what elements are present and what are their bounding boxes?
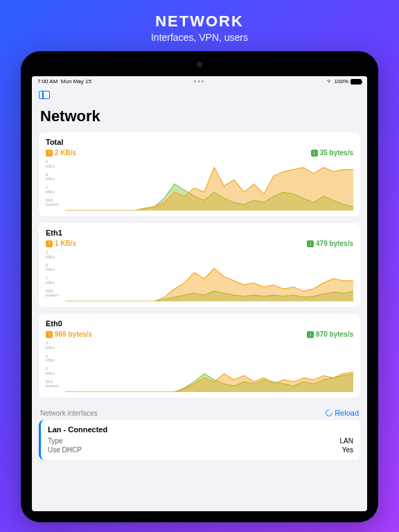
arrow-down-icon: ↓ [307, 331, 314, 338]
hero-subtitle: Interfaces, VPN, users [151, 32, 248, 43]
rate-down: ↓479 bytes/s [307, 240, 353, 247]
chart-rates: ↑1 KB/s ↓479 bytes/s [46, 240, 353, 247]
battery-icon [351, 79, 362, 85]
reload-button[interactable]: Reload [326, 409, 359, 417]
status-time-date: 7:00 AM Mon May 15 [37, 78, 91, 85]
rate-up: ↑1 KB/s [46, 240, 76, 247]
arrow-up-icon: ↑ [46, 240, 53, 247]
status-right: ᯤ 100% [327, 78, 362, 85]
chart-title: Total [46, 138, 353, 146]
tablet-frame: 7:00 AM Mon May 15 ••• ᯤ 100% Network To… [21, 51, 378, 522]
interfaces-label: Network interfaces [40, 409, 98, 417]
interface-row: Use DHCPYes [48, 445, 353, 454]
rate-up: ↑2 KB/s [46, 149, 76, 157]
y-axis: 2KB/s2KB/s1KB/s593bytes/s [46, 159, 65, 211]
rate-down: ↓35 bytes/s [311, 149, 353, 157]
arrow-up-icon: ↑ [46, 150, 53, 157]
chart-rates: ↑2 KB/s ↓35 bytes/s [46, 149, 353, 157]
chart-area [65, 250, 353, 301]
chart-title: Eth1 [46, 229, 353, 237]
interface-card[interactable]: Lan - Connected TypeLANUse DHCPYes [39, 420, 360, 460]
hero-title: NETWORK [151, 12, 248, 30]
hero-banner: NETWORK Interfaces, VPN, users [151, 0, 248, 51]
arrow-down-icon: ↓ [307, 240, 314, 247]
wifi-icon: ᯤ [327, 78, 332, 85]
status-date: Mon May 15 [61, 78, 91, 85]
reload-icon [324, 408, 334, 418]
toolbar [32, 87, 367, 105]
battery-text: 100% [335, 78, 348, 85]
rate-down: ↓870 bytes/s [307, 330, 353, 338]
sidebar-toggle-icon[interactable] [39, 91, 50, 99]
arrow-up-icon: ↑ [46, 331, 53, 338]
interface-row: TypeLAN [48, 436, 353, 445]
chart-rates: ↑969 bytes/s ↓870 bytes/s [46, 330, 353, 338]
multitask-dots: ••• [194, 78, 206, 85]
chart-title: Eth0 [46, 319, 353, 328]
y-axis: 2KB/s2KB/s1KB/s593bytes/s [46, 341, 65, 392]
camera-dot [197, 62, 202, 67]
status-time: 7:00 AM [37, 78, 57, 85]
chart-card-total[interactable]: Total ↑2 KB/s ↓35 bytes/s 2KB/s2KB/s1KB/… [39, 132, 360, 216]
arrow-down-icon: ↓ [311, 150, 318, 157]
screen: 7:00 AM Mon May 15 ••• ᯤ 100% Network To… [32, 76, 367, 511]
chart-card-eth0[interactable]: Eth0 ↑969 bytes/s ↓870 bytes/s 2KB/s2KB/… [39, 314, 360, 398]
chart-area [65, 341, 353, 392]
rate-up: ↑969 bytes/s [46, 330, 92, 338]
chart-area [65, 159, 353, 211]
status-bar: 7:00 AM Mon May 15 ••• ᯤ 100% [32, 76, 367, 87]
interface-name: Lan - Connected [48, 425, 353, 434]
page-title: Network [39, 105, 360, 132]
y-axis: 2KB/s2KB/s1KB/s593bytes/s [46, 250, 65, 301]
content-scroll[interactable]: Network Total ↑2 KB/s ↓35 bytes/s 2KB/s2… [32, 105, 367, 511]
chart-card-eth1[interactable]: Eth1 ↑1 KB/s ↓479 bytes/s 2KB/s2KB/s1KB/… [39, 223, 360, 307]
interfaces-header: Network interfaces Reload [39, 405, 360, 420]
reload-label: Reload [335, 409, 359, 417]
